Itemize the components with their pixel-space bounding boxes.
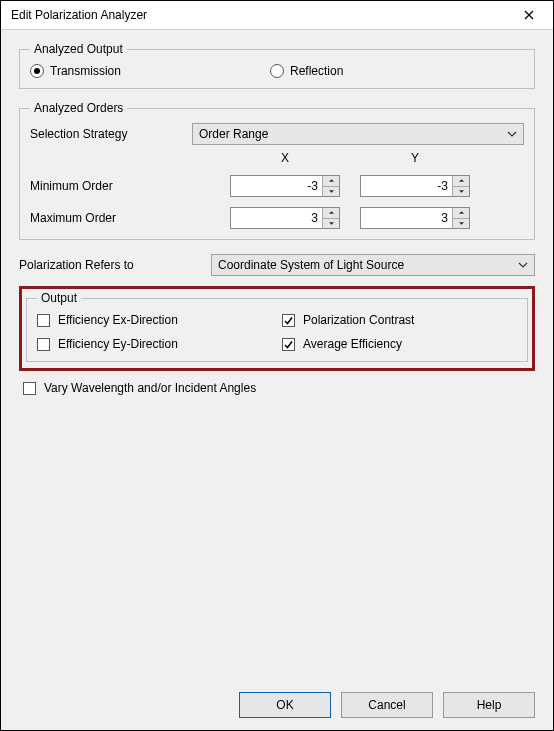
spinner-buttons	[452, 208, 469, 228]
checkbox-icon	[282, 314, 295, 327]
output-group: Output Efficiency Ex-Direction Polarizat…	[26, 291, 528, 362]
analyzed-output-legend: Analyzed Output	[30, 42, 127, 56]
minimum-order-label: Minimum Order	[30, 179, 230, 193]
analyzed-orders-group: Analyzed Orders Selection Strategy Order…	[19, 101, 535, 240]
ok-button[interactable]: OK	[239, 692, 331, 718]
transmission-option[interactable]: Transmission	[30, 64, 270, 78]
y-header: Y	[360, 151, 470, 165]
spinner-up[interactable]	[323, 176, 339, 186]
polarization-refers-label: Polarization Refers to	[19, 258, 199, 272]
spinner-up[interactable]	[453, 208, 469, 218]
spinner-up[interactable]	[323, 208, 339, 218]
radio-icon	[30, 64, 44, 78]
x-header: X	[230, 151, 340, 165]
output-legend: Output	[37, 291, 81, 305]
output-highlight-box: Output Efficiency Ex-Direction Polarizat…	[19, 286, 535, 371]
average-efficiency-checkbox[interactable]: Average Efficiency	[282, 337, 517, 351]
spinner-down[interactable]	[453, 186, 469, 197]
vary-wavelength-checkbox[interactable]: Vary Wavelength and/or Incident Angles	[23, 381, 535, 395]
dialog-button-bar: OK Cancel Help	[19, 682, 535, 722]
checkbox-icon	[282, 338, 295, 351]
reflection-option[interactable]: Reflection	[270, 64, 343, 78]
dialog-window: Edit Polarization Analyzer Analyzed Outp…	[0, 0, 554, 731]
reflection-label: Reflection	[290, 64, 343, 78]
dialog-body: Analyzed Output Transmission Reflection …	[1, 30, 553, 730]
checkbox-icon	[23, 382, 36, 395]
spinner-buttons	[322, 208, 339, 228]
spinner-buttons	[322, 176, 339, 196]
min-x-spinner[interactable]: -3	[230, 175, 340, 197]
cancel-button[interactable]: Cancel	[341, 692, 433, 718]
selection-strategy-value: Order Range	[199, 127, 268, 141]
efficiency-ex-checkbox[interactable]: Efficiency Ex-Direction	[37, 313, 272, 327]
chevron-down-icon	[518, 260, 528, 270]
titlebar: Edit Polarization Analyzer	[1, 1, 553, 30]
spinner-down[interactable]	[323, 218, 339, 229]
maximum-order-label: Maximum Order	[30, 211, 230, 225]
radio-icon	[270, 64, 284, 78]
close-button[interactable]	[511, 4, 547, 26]
spinner-up[interactable]	[453, 176, 469, 186]
polarization-contrast-checkbox[interactable]: Polarization Contrast	[282, 313, 517, 327]
vary-wavelength-label: Vary Wavelength and/or Incident Angles	[44, 381, 256, 395]
polarization-refers-value: Coordinate System of Light Source	[218, 258, 404, 272]
average-efficiency-label: Average Efficiency	[303, 337, 402, 351]
min-x-value: -3	[231, 176, 322, 196]
spinner-buttons	[452, 176, 469, 196]
max-y-value: 3	[361, 208, 452, 228]
polarization-contrast-label: Polarization Contrast	[303, 313, 414, 327]
max-x-value: 3	[231, 208, 322, 228]
selection-strategy-label: Selection Strategy	[30, 127, 180, 141]
selection-strategy-select[interactable]: Order Range	[192, 123, 524, 145]
efficiency-ex-label: Efficiency Ex-Direction	[58, 313, 178, 327]
checkbox-icon	[37, 338, 50, 351]
min-y-value: -3	[361, 176, 452, 196]
efficiency-ey-checkbox[interactable]: Efficiency Ey-Direction	[37, 337, 272, 351]
max-y-spinner[interactable]: 3	[360, 207, 470, 229]
analyzed-output-group: Analyzed Output Transmission Reflection	[19, 42, 535, 89]
efficiency-ey-label: Efficiency Ey-Direction	[58, 337, 178, 351]
chevron-down-icon	[507, 129, 517, 139]
analyzed-orders-legend: Analyzed Orders	[30, 101, 127, 115]
spinner-down[interactable]	[323, 186, 339, 197]
window-title: Edit Polarization Analyzer	[11, 8, 147, 22]
close-icon	[524, 10, 534, 20]
checkbox-icon	[37, 314, 50, 327]
help-button[interactable]: Help	[443, 692, 535, 718]
transmission-label: Transmission	[50, 64, 121, 78]
min-y-spinner[interactable]: -3	[360, 175, 470, 197]
max-x-spinner[interactable]: 3	[230, 207, 340, 229]
spinner-down[interactable]	[453, 218, 469, 229]
polarization-refers-select[interactable]: Coordinate System of Light Source	[211, 254, 535, 276]
